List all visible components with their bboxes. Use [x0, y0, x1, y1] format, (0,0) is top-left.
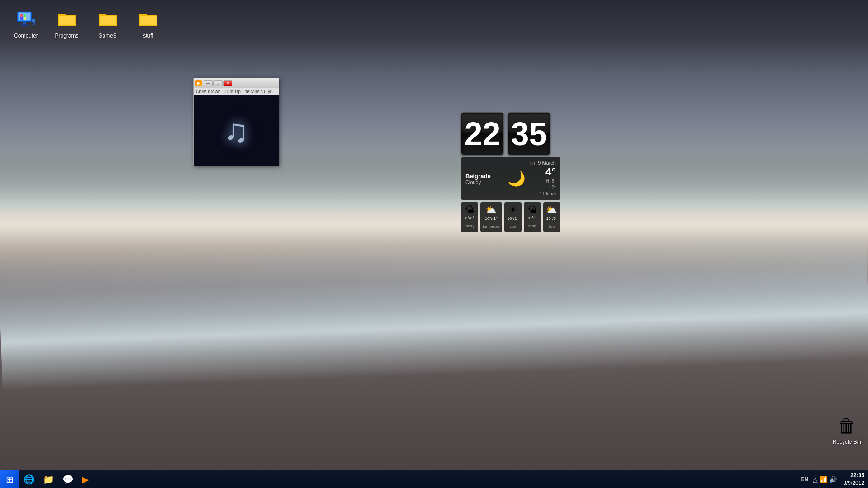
recycle-bin-label: Recycle Bin: [833, 439, 861, 445]
clock-minutes: 35: [508, 112, 550, 155]
svg-rect-13: [59, 16, 75, 25]
forecast-today-icon: 🌤: [463, 204, 476, 215]
system-tray: EN △ 📶 🔊 22:35 3/9/2012: [797, 472, 868, 487]
stuff-folder-icon: [138, 9, 159, 31]
weather-condition: Cloudy: [465, 180, 504, 185]
forecast-sun-label: sun: [509, 224, 516, 229]
forecast-tomorrow-label: tomorrow: [483, 224, 500, 229]
taskbar-date: 3/9/2012: [843, 479, 864, 487]
weather-right: Fri, 9 March 4° H: 8° L: 2° 11 km/h: [529, 160, 556, 197]
forecast-tomorrow-temp: 10°/-1°: [483, 216, 500, 221]
forecast-mon-temp: 9°/1°: [526, 216, 539, 220]
svg-rect-3: [23, 22, 26, 24]
maximize-button[interactable]: □: [213, 80, 223, 86]
forecast-row: 🌤 8°/2° today ⛅ 10°/-1° tomorrow ☀ 10°/1…: [461, 202, 560, 232]
media-player-song-title: Chris Brown - Turn Up The Music (Lyric..…: [194, 88, 279, 95]
taskbar: ⊞ 🌐 📁 💬 ▶ EN △ 📶 🔊 22:35 3/9/2012: [0, 470, 868, 488]
window-controls: — □ ✕: [204, 80, 232, 86]
weather-clock-widget: 22 35 Belgrade Cloudy 🌙 Fri, 9 March 4° …: [461, 112, 560, 232]
taskbar-time: 22:35: [843, 472, 864, 479]
forecast-tomorrow-icon: ⛅: [483, 204, 500, 215]
ie-icon: 🌐: [24, 474, 35, 485]
svg-rect-4: [21, 24, 28, 26]
language-indicator: EN: [801, 476, 809, 483]
computer-icon: [15, 9, 37, 31]
weather-city: Belgrade: [465, 173, 504, 180]
file-explorer-icon: 📁: [43, 474, 54, 485]
programs-icon-label: Programs: [55, 33, 78, 39]
clock-hours: 22: [461, 112, 504, 155]
desktop-icon-computer[interactable]: Computer: [9, 9, 43, 39]
svg-rect-8: [24, 17, 26, 20]
forecast-sun-icon: ☀: [507, 204, 519, 215]
desktop-icon-stuff[interactable]: stuff: [131, 9, 165, 39]
minimize-button[interactable]: —: [204, 80, 213, 86]
weather-date: Fri, 9 March: [529, 160, 556, 166]
taskbar-item-ie[interactable]: 🌐: [20, 471, 38, 488]
svg-rect-6: [24, 14, 26, 17]
media-player-titlebar: ▶ — □ ✕: [194, 78, 279, 88]
forecast-today-label: today: [465, 224, 474, 228]
games-folder-icon: [97, 9, 119, 31]
weather-temperature: 4°: [529, 166, 556, 178]
weather-info-bar: Belgrade Cloudy 🌙 Fri, 9 March 4° H: 8° …: [461, 157, 560, 200]
svg-rect-7: [20, 17, 23, 20]
forecast-today: 🌤 8°/2° today: [461, 202, 478, 232]
weather-wind: 11 km/h: [529, 191, 556, 197]
forecast-sun: ☀ 10°/1° sun: [504, 202, 522, 232]
media-player-app-icon: ▶: [195, 80, 202, 86]
desktop-icon-games[interactable]: GameS: [90, 9, 124, 39]
stuff-icon-label: stuff: [143, 33, 153, 39]
tray-icons: △ 📶 🔊: [813, 476, 837, 483]
clock-display: 22 35: [461, 112, 560, 155]
forecast-tue-temp: 10°/6°: [545, 216, 558, 221]
start-button[interactable]: ⊞: [0, 470, 19, 488]
taskbar-item-media[interactable]: ▶: [78, 471, 92, 488]
skype-icon: 💬: [62, 474, 74, 485]
svg-rect-19: [140, 16, 157, 25]
forecast-today-temp: 8°/2°: [463, 216, 476, 220]
computer-icon-label: Computer: [14, 33, 38, 39]
desktop-icons-area: Computer Programs: [5, 5, 170, 43]
close-button[interactable]: ✕: [223, 80, 232, 86]
tray-notification-icon[interactable]: △: [813, 476, 818, 483]
forecast-tue-label: tue: [549, 224, 555, 229]
taskbar-item-file-explorer[interactable]: 📁: [39, 471, 58, 488]
svg-rect-5: [20, 14, 23, 17]
weather-high: H: 8°: [529, 178, 556, 185]
tray-volume-icon[interactable]: 🔊: [829, 476, 837, 483]
recycle-bin-icon: 🗑: [837, 415, 856, 437]
taskbar-clock[interactable]: 22:35 3/9/2012: [843, 472, 864, 487]
forecast-sun-temp: 10°/1°: [507, 216, 519, 221]
svg-rect-10: [33, 22, 35, 25]
recycle-bin[interactable]: 🗑 Recycle Bin: [833, 415, 861, 445]
media-player-taskbar-icon: ▶: [82, 474, 89, 485]
forecast-tue-icon: ⛅: [545, 204, 558, 215]
forecast-mon: 🌤 9°/1° mon: [524, 202, 541, 232]
media-player-window: ▶ — □ ✕ Chris Brown - Turn Up The Music …: [193, 78, 279, 166]
forecast-tue: ⛅ 10°/6° tue: [543, 202, 560, 232]
forecast-mon-icon: 🌤: [526, 204, 539, 215]
desktop: Computer Programs: [0, 0, 868, 470]
svg-rect-9: [32, 19, 35, 22]
desktop-icon-programs[interactable]: Programs: [50, 9, 84, 39]
music-note-icon: ♫: [224, 112, 248, 149]
taskbar-item-skype[interactable]: 💬: [59, 471, 77, 488]
weather-current-icon: 🌙: [508, 170, 526, 187]
games-icon-label: GameS: [98, 33, 117, 39]
forecast-mon-label: mon: [528, 224, 536, 228]
programs-folder-icon: [56, 9, 78, 31]
taskbar-pinned-apps: 🌐 📁 💬 ▶: [20, 471, 797, 488]
media-player-content[interactable]: ♫: [194, 95, 279, 166]
weather-left: Belgrade Cloudy: [465, 173, 504, 185]
tray-network-icon[interactable]: 📶: [820, 476, 827, 483]
svg-rect-16: [100, 16, 116, 25]
windows-logo-icon: ⊞: [6, 474, 14, 485]
forecast-tomorrow: ⛅ 10°/-1° tomorrow: [480, 202, 502, 232]
weather-low: L: 2°: [529, 185, 556, 191]
